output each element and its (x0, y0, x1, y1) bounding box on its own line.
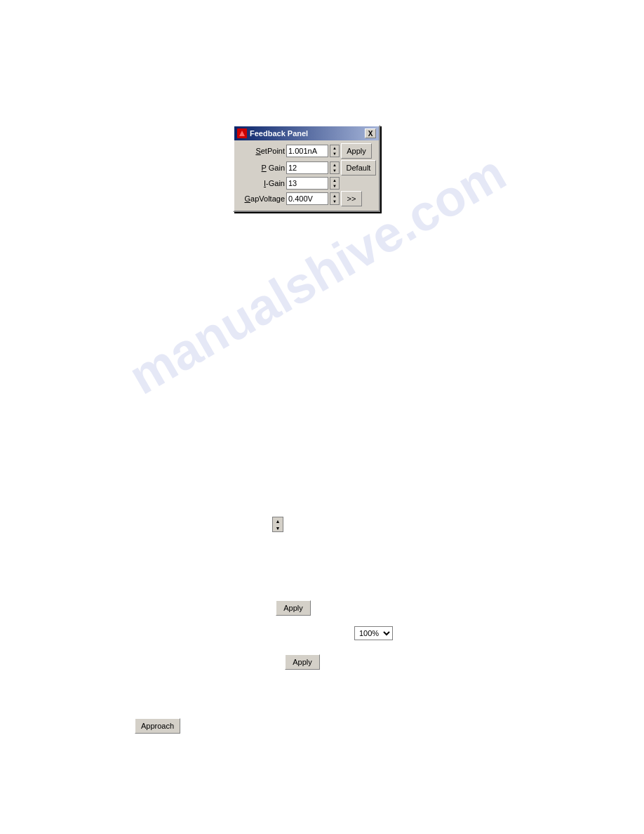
setpoint-spinner-down[interactable] (330, 151, 339, 157)
pgain-input[interactable] (286, 161, 328, 174)
standalone-spinner-up[interactable] (273, 517, 283, 524)
igain-spinner[interactable] (330, 177, 340, 190)
close-button[interactable]: X (365, 128, 376, 138)
standalone-spinner[interactable] (272, 517, 283, 532)
apply-button-1[interactable]: Apply (276, 600, 311, 616)
feedback-panel: Feedback Panel X SetPoint Apply P Gain D… (233, 125, 380, 212)
pgain-label: P Gain (237, 164, 285, 172)
gapvoltage-spinner-down[interactable] (330, 199, 339, 204)
pgain-underline: P (262, 164, 267, 172)
default-button[interactable]: Default (341, 160, 376, 176)
gapvoltage-input[interactable] (286, 192, 328, 205)
feedback-panel-title: Feedback Panel (250, 129, 308, 138)
setpoint-row: SetPoint Apply (237, 143, 376, 159)
igain-label: I-Gain (237, 179, 285, 187)
setpoint-underline: S (255, 147, 260, 155)
pgain-spinner-down[interactable] (330, 168, 339, 173)
gapvoltage-underline: G (245, 194, 251, 203)
approach-button[interactable]: Approach (135, 718, 180, 734)
gapvoltage-row: GapVoltage >> (237, 191, 376, 206)
gapvoltage-spinner-up[interactable] (330, 193, 339, 199)
setpoint-spinner[interactable] (330, 145, 340, 157)
setpoint-label: SetPoint (237, 147, 285, 155)
feedback-panel-body: SetPoint Apply P Gain Default I-Gain (234, 140, 379, 211)
zoom-dropdown[interactable]: 50% 75% 100% 150% 200% (354, 626, 393, 640)
gapvoltage-label: GapVoltage (237, 194, 285, 203)
apply-button-2[interactable]: Apply (285, 654, 320, 670)
feedback-titlebar: Feedback Panel X (234, 126, 379, 140)
zoom-dropdown-container: 50% 75% 100% 150% 200% (354, 626, 393, 640)
igain-row: I-Gain (237, 177, 376, 190)
gapvoltage-spinner[interactable] (330, 192, 340, 205)
apply-button[interactable]: Apply (341, 143, 372, 159)
igain-input[interactable] (286, 177, 328, 190)
pgain-spinner-up[interactable] (330, 162, 339, 168)
titlebar-left: Feedback Panel (237, 128, 308, 138)
igain-underline: I (264, 179, 266, 187)
titlebar-icon (237, 128, 247, 138)
standalone-spinner-down[interactable] (273, 524, 283, 531)
igain-spinner-down[interactable] (330, 183, 339, 189)
pgain-spinner[interactable] (330, 161, 340, 174)
igain-spinner-up[interactable] (330, 178, 339, 183)
arrow-button[interactable]: >> (341, 191, 362, 206)
setpoint-spinner-up[interactable] (330, 145, 339, 151)
setpoint-input[interactable] (286, 145, 328, 157)
pgain-row: P Gain Default (237, 160, 376, 176)
